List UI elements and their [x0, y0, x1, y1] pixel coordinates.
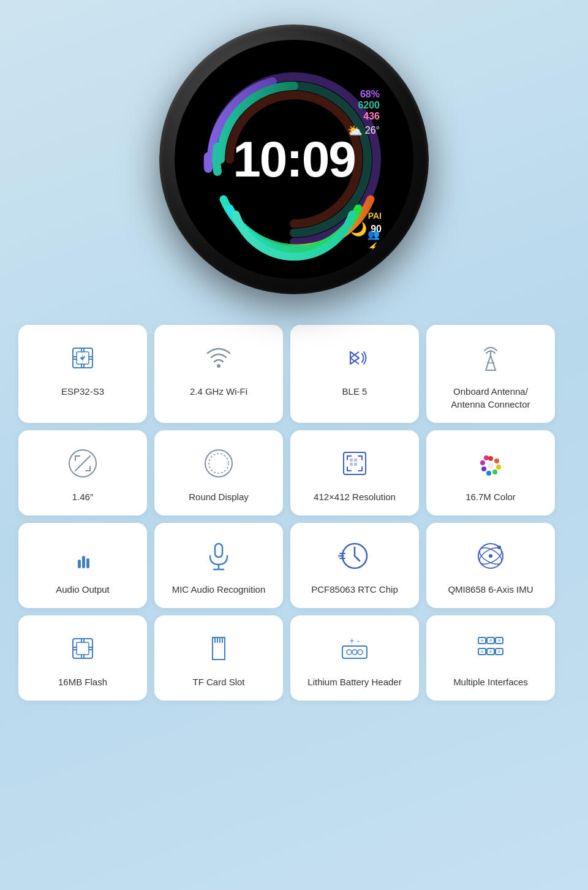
- chip2-icon: [61, 630, 104, 667]
- svg-point-17: [480, 460, 485, 465]
- chip-icon: [61, 340, 104, 376]
- feature-rtc: PCF85063 RTC Chip: [290, 523, 419, 608]
- antenna-icon: [469, 340, 512, 376]
- interfaces-icon: [469, 630, 512, 667]
- sdcard-icon: [197, 630, 240, 667]
- feature-flash: 16MB Flash: [18, 615, 147, 701]
- feature-wifi: 2.4 GHz Wi-Fi: [154, 325, 283, 423]
- feature-audio-label: Audio Output: [56, 583, 110, 596]
- svg-point-30: [489, 554, 492, 558]
- feature-battery-label: Lithium Battery Header: [307, 675, 401, 688]
- feature-mic-label: MIC Audio Recognition: [172, 583, 266, 596]
- feature-resolution-label: 412×412 Resolution: [314, 490, 396, 503]
- feature-interfaces: Multiple Interfaces: [426, 615, 555, 701]
- features-grid: ESP32-S3 2.4 GHz Wi-Fi: [18, 325, 570, 701]
- svg-point-50: [481, 650, 483, 653]
- svg-point-19: [488, 463, 494, 469]
- feature-imu-label: QMI8658 6-Axis IMU: [448, 583, 533, 596]
- svg-point-51: [489, 650, 492, 653]
- feature-ble: BLE 5: [290, 325, 419, 423]
- feature-wifi-label: 2.4 GHz Wi-Fi: [190, 385, 247, 398]
- feature-round-label: Round Display: [189, 490, 249, 503]
- round-icon: [197, 445, 240, 482]
- feature-antenna-label: Onboard Antenna/ Antenna Connector: [436, 385, 545, 411]
- feature-size-label: 1.46″: [72, 490, 94, 503]
- svg-rect-37: [342, 646, 367, 658]
- feature-audio: Audio Output: [18, 523, 147, 608]
- weather-temp: 26°: [365, 125, 380, 136]
- svg-point-13: [496, 465, 501, 470]
- svg-point-52: [498, 650, 500, 653]
- feature-ble-label: BLE 5: [342, 385, 368, 398]
- svg-point-38: [347, 650, 352, 655]
- rtc-icon: [333, 538, 376, 574]
- svg-point-16: [481, 466, 486, 471]
- feature-rtc-label: PCF85063 RTC Chip: [311, 583, 398, 596]
- svg-point-31: [497, 546, 501, 549]
- svg-rect-33: [77, 642, 89, 655]
- svg-point-18: [484, 455, 489, 460]
- resolution-icon: [333, 445, 376, 482]
- stat-steps: 6200: [347, 100, 380, 111]
- diagonal-icon: [61, 445, 104, 482]
- svg-point-39: [352, 650, 357, 655]
- pai-label: PAI: [368, 211, 382, 221]
- feature-mic: MIC Audio Recognition: [154, 523, 283, 608]
- svg-point-40: [358, 650, 363, 655]
- audio-icon: [61, 538, 104, 574]
- svg-point-44: [481, 639, 483, 642]
- feature-sdcard: TF Card Slot: [154, 615, 283, 701]
- svg-point-2: [217, 364, 221, 368]
- feature-antenna: Onboard Antenna/ Antenna Connector: [426, 325, 555, 423]
- feature-color: 16.7M Color: [426, 430, 555, 515]
- svg-rect-21: [82, 556, 85, 568]
- feature-battery: + - Lithium Battery Header: [290, 615, 419, 701]
- stat-calories: 436: [347, 111, 380, 122]
- watch-time: 10:09: [233, 131, 355, 188]
- svg-text:+: +: [350, 637, 354, 645]
- svg-point-11: [488, 456, 493, 461]
- svg-point-15: [486, 471, 491, 476]
- svg-rect-8: [354, 458, 357, 462]
- feature-esp32-label: ESP32-S3: [61, 385, 104, 398]
- svg-rect-10: [354, 463, 357, 466]
- svg-point-45: [489, 639, 492, 642]
- mic-icon: [197, 538, 240, 574]
- bluetooth-icon: [333, 340, 376, 376]
- wifi-icon: [197, 340, 240, 376]
- svg-point-5: [209, 454, 228, 473]
- svg-rect-23: [215, 544, 222, 557]
- svg-rect-9: [350, 463, 353, 466]
- colorwheel-icon: [469, 445, 512, 482]
- feature-flash-label: 16MB Flash: [58, 675, 107, 688]
- svg-point-46: [498, 639, 500, 642]
- feature-size: 1.46″: [18, 430, 147, 515]
- svg-point-14: [492, 470, 497, 474]
- svg-rect-20: [78, 560, 81, 568]
- battery-icon: + -: [333, 630, 376, 667]
- feature-color-label: 16.7M Color: [466, 490, 516, 503]
- svg-text:-: -: [357, 637, 360, 645]
- feature-esp32: ESP32-S3: [18, 325, 147, 423]
- feature-round: Round Display: [154, 430, 283, 515]
- svg-point-12: [494, 458, 499, 463]
- svg-rect-32: [73, 639, 92, 658]
- imu-icon: [469, 538, 512, 574]
- svg-rect-22: [86, 558, 89, 568]
- svg-rect-7: [350, 458, 353, 462]
- feature-imu: QMI8658 6-Axis IMU: [426, 523, 555, 608]
- feature-interfaces-label: Multiple Interfaces: [453, 675, 528, 688]
- feature-sdcard-label: TF Card Slot: [192, 675, 244, 688]
- feature-resolution: 412×412 Resolution: [290, 430, 419, 515]
- watch-stats: 68% 6200 436 ⛅ 26°: [347, 89, 380, 138]
- stat-percentage: 68%: [347, 89, 380, 100]
- watch-display: 10:09 68% 6200 436 ⛅ 26° PAI 🌙 90: [159, 25, 429, 294]
